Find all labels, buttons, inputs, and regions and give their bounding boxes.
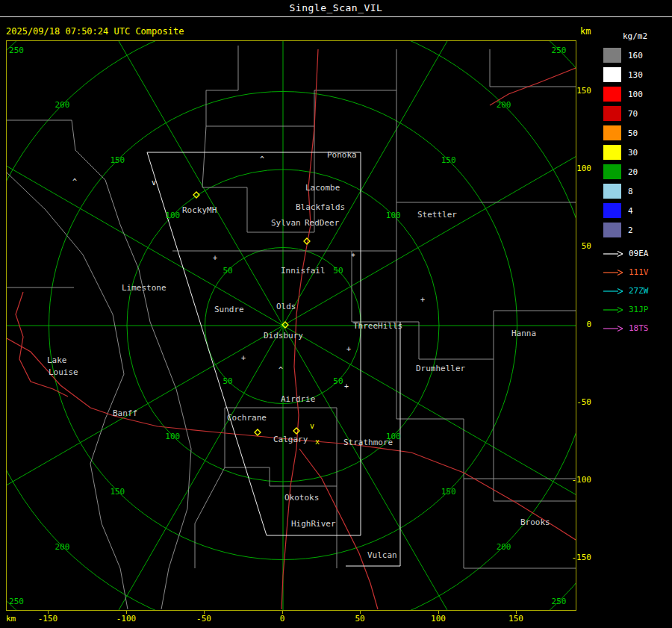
x-axis-tick-label: -50 (196, 614, 211, 624)
radar-app-screen: Single_Scan_VIL 2025/09/18 07:50:24 UTC … (0, 0, 672, 628)
y-axis: 150100500-50-100-150 (561, 0, 594, 628)
city-label: Sundre (214, 305, 244, 314)
city-label: Banff (113, 408, 137, 418)
azimuth-line (283, 326, 576, 535)
city-label: Stettler (417, 210, 457, 220)
highway (299, 449, 378, 609)
range-ring-label: 100 (386, 211, 401, 220)
azimuth-line (7, 116, 283, 326)
site-arrow-icon (603, 287, 623, 295)
range-ring-label: 150 (110, 155, 125, 165)
point-marker: + (344, 382, 349, 391)
legend-value-label: 70 (628, 109, 638, 119)
city-label: Blackfalds (296, 202, 345, 212)
range-ring-label: 100 (165, 211, 180, 220)
legend-color-swatch (603, 203, 621, 218)
legend-entry: 130 (603, 65, 672, 84)
highway (16, 292, 68, 397)
x-axis: km -150-100-50050100150 (0, 611, 672, 628)
radar-site-legend-entry: 111V (603, 263, 672, 282)
radar-viewer-window: { "window": { "title": "Single_Scan_VIL"… (0, 0, 672, 628)
radar-map[interactable]: 5050505010010010010015015015015020020020… (6, 40, 576, 611)
x-axis-tick-label: -150 (38, 614, 58, 624)
point-marker: + (213, 254, 217, 262)
county-boundary (396, 322, 523, 479)
radar-map-canvas[interactable]: 5050505010010010010015015015015020020020… (7, 41, 576, 610)
y-axis-tick-label: 50 (582, 241, 591, 251)
range-ring-label: 150 (441, 155, 456, 165)
legend-value-label: 160 (628, 51, 643, 60)
y-axis-tick-label: -100 (572, 475, 592, 485)
site-id-label: 09EA (629, 249, 649, 258)
range-ring-label: 250 (9, 597, 24, 606)
legend-value-label: 30 (628, 148, 638, 158)
point-marker: + (346, 345, 351, 353)
city-label: Cochrane (227, 413, 267, 423)
city-label: Lacombe (305, 183, 340, 193)
city-label: Drumheller (416, 364, 466, 373)
legend-entry: 50 (603, 123, 672, 143)
city-label: Strathmore (343, 438, 393, 447)
range-ring-label: 200 (55, 542, 69, 552)
county-boundary (352, 251, 396, 322)
radar-site-legend: 09EA111V27ZW31JP18TS (603, 244, 672, 338)
city-label: ThreeHills (353, 321, 402, 331)
legend-color-swatch (603, 106, 621, 121)
radar-site-legend-entry: 18TS (603, 319, 672, 338)
site-id-label: 18TS (629, 323, 649, 333)
range-ring-label: 150 (441, 487, 456, 497)
range-ring-label: 200 (497, 542, 511, 552)
city-label: Ponoka (327, 150, 357, 160)
legend-color-swatch (603, 87, 621, 102)
y-axis-tick-label: -150 (572, 553, 592, 562)
county-boundary (396, 90, 576, 202)
azimuth-line (74, 41, 283, 326)
legend-entry: 30 (603, 143, 672, 162)
x-axis-tick-label: 150 (508, 614, 523, 624)
city-label: Airdrie (281, 394, 315, 404)
point-marker: v (310, 422, 314, 430)
city-label: RockyMH (182, 205, 217, 215)
point-marker: x (315, 438, 320, 446)
county-boundary (202, 126, 314, 232)
range-ring-label: 200 (55, 100, 69, 110)
legend-entry: 100 (603, 84, 672, 104)
legend-entries: 16013010070503020842 (603, 46, 672, 240)
scan-timestamp: 2025/09/18 07:50:24 UTC Composite (6, 26, 184, 37)
range-ring-label: 250 (9, 46, 24, 55)
radar-site-legend-entry: 09EA (603, 244, 672, 263)
legend-value-label: 4 (628, 206, 633, 216)
y-axis-tick-label: 100 (576, 164, 591, 173)
city-label: Olds (276, 302, 296, 311)
city-label: HighRiver (291, 519, 336, 529)
city-label: Calgary (273, 435, 308, 444)
legend-unit-label: kg/m2 (623, 31, 672, 41)
city-label: Limestone (122, 283, 167, 293)
radar-site-legend-entry: 31JP (603, 300, 672, 319)
city-label: Brooks (520, 517, 550, 527)
vil-scale-legend: kg/m2 16013010070503020842 09EA111V27ZW3… (603, 31, 672, 338)
legend-color-swatch (603, 223, 621, 237)
legend-value-label: 20 (628, 167, 638, 177)
range-ring-label: 50 (333, 266, 343, 276)
legend-color-swatch (603, 145, 621, 160)
legend-entry: 160 (603, 46, 672, 65)
point-marker: ^ (279, 366, 283, 374)
window-title: Single_Scan_VIL (290, 2, 383, 13)
legend-entry: 2 (603, 220, 672, 240)
x-axis-unit-label: km (6, 614, 16, 624)
site-id-label: 111V (629, 267, 649, 277)
range-ring-label: 50 (223, 266, 232, 276)
point-marker: + (420, 296, 425, 304)
site-id-label: 27ZW (629, 286, 649, 296)
site-arrow-icon (603, 325, 623, 332)
site-arrow-icon (603, 306, 623, 314)
legend-color-swatch (603, 164, 621, 179)
city-label: Louise (49, 367, 78, 377)
city-label: Lake (47, 355, 67, 365)
x-axis-tick-label: 0 (280, 614, 285, 624)
x-axis-tick-label: 100 (431, 614, 446, 624)
city-label: Sylvan (271, 218, 301, 228)
legend-value-label: 8 (628, 187, 633, 196)
radar-site-legend-entry: 27ZW (603, 282, 672, 300)
